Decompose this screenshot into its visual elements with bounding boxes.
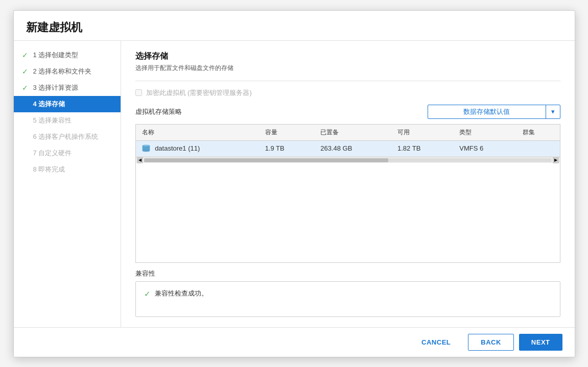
compat-label: 兼容性 — [135, 269, 560, 278]
sidebar-item-step6[interactable]: 6 选择客户机操作系统 — [14, 129, 121, 145]
sidebar-item-step8[interactable]: 8 即将完成 — [14, 161, 121, 178]
sidebar: ✓ 1 选择创建类型 ✓ 2 选择名称和文件夹 ✓ 3 选择计算资源 4 选择存… — [14, 41, 121, 327]
cell-capacity: 1.9 TB — [259, 140, 315, 157]
col-header-capacity: 容量 — [259, 125, 315, 141]
sidebar-label-step8: 8 即将完成 — [33, 165, 65, 174]
compat-text: 兼容性检查成功。 — [155, 289, 208, 298]
encrypt-checkbox[interactable] — [135, 89, 142, 96]
policy-label: 虚拟机存储策略 — [135, 107, 186, 116]
svg-point-1 — [143, 145, 150, 146]
horizontal-scrollbar[interactable]: ◀ ▶ — [136, 157, 560, 163]
sidebar-label-step4: 4 选择存储 — [33, 100, 65, 109]
compat-check-icon: ✓ — [144, 289, 151, 299]
new-vm-dialog: 新建虚拟机 ✓ 1 选择创建类型 ✓ 2 选择名称和文件夹 ✓ 3 选择计算资源… — [13, 10, 575, 357]
storage-table-container: 名称 容量 已置备 可用 类型 群集 — [135, 124, 560, 263]
cell-available: 1.82 TB — [391, 140, 453, 157]
sidebar-label-step5: 5 选择兼容性 — [33, 116, 72, 125]
dialog-title: 新建虚拟机 — [14, 11, 575, 41]
sidebar-label-step7: 7 自定义硬件 — [33, 149, 72, 158]
scroll-thumb — [144, 158, 389, 162]
divider — [135, 81, 560, 81]
policy-select-value: 数据存储默认值 — [428, 107, 546, 116]
sidebar-item-step4[interactable]: 4 选择存储 — [14, 96, 121, 112]
sidebar-item-step7[interactable]: 7 自定义硬件 — [14, 145, 121, 161]
sidebar-label-step1: 1 选择创建类型 — [33, 51, 79, 60]
sidebar-item-step2[interactable]: ✓ 2 选择名称和文件夹 — [14, 63, 121, 80]
check-icon-step1: ✓ — [22, 51, 30, 59]
policy-select-dropdown[interactable]: 数据存储默认值 ▾ — [428, 105, 560, 119]
table-header-row: 名称 容量 已置备 可用 类型 群集 — [136, 125, 560, 141]
cancel-button[interactable]: CANCEL — [409, 334, 463, 351]
storage-table: 名称 容量 已置备 可用 类型 群集 — [136, 125, 560, 157]
table-row[interactable]: datastore1 (11) 1.9 TB 263.48 GB 1.82 TB… — [136, 140, 560, 157]
compat-box: ✓ 兼容性检查成功。 — [135, 281, 560, 317]
back-button[interactable]: BACK — [468, 334, 514, 351]
sidebar-label-step6: 6 选择客户机操作系统 — [33, 132, 99, 141]
sidebar-item-step1[interactable]: ✓ 1 选择创建类型 — [14, 47, 121, 63]
dialog-body: ✓ 1 选择创建类型 ✓ 2 选择名称和文件夹 ✓ 3 选择计算资源 4 选择存… — [14, 41, 575, 327]
scroll-left-button[interactable]: ◀ — [137, 157, 143, 163]
col-header-type: 类型 — [453, 125, 516, 141]
next-button[interactable]: NEXT — [519, 334, 562, 351]
col-header-name: 名称 — [136, 125, 259, 141]
col-header-available: 可用 — [391, 125, 453, 141]
cell-cluster — [516, 140, 559, 157]
sidebar-item-step5[interactable]: 5 选择兼容性 — [14, 112, 121, 129]
chevron-down-icon: ▾ — [546, 105, 560, 118]
check-icon-step3: ✓ — [22, 84, 30, 92]
scroll-right-button[interactable]: ▶ — [553, 157, 559, 163]
col-header-provisioned: 已置备 — [314, 125, 391, 141]
sidebar-item-step3[interactable]: ✓ 3 选择计算资源 — [14, 80, 121, 96]
datastore-icon — [142, 144, 150, 152]
encrypt-label: 加密此虚拟机 (需要密钥管理服务器) — [146, 88, 252, 97]
main-content: 选择存储 选择用于配置文件和磁盘文件的存储 加密此虚拟机 (需要密钥管理服务器)… — [121, 41, 575, 327]
section-desc: 选择用于配置文件和磁盘文件的存储 — [135, 64, 560, 72]
scroll-track — [144, 158, 552, 162]
cell-provisioned: 263.48 GB — [314, 140, 391, 157]
dialog-footer: CANCEL BACK NEXT — [14, 327, 575, 357]
sidebar-label-step2: 2 选择名称和文件夹 — [33, 67, 92, 76]
cell-name-text: datastore1 (11) — [155, 144, 200, 152]
svg-point-2 — [143, 150, 150, 152]
cell-name: datastore1 (11) — [136, 140, 259, 157]
sidebar-label-step3: 3 选择计算资源 — [33, 83, 79, 92]
policy-row: 虚拟机存储策略 数据存储默认值 ▾ — [135, 105, 560, 119]
cell-type: VMFS 6 — [453, 140, 516, 157]
section-title: 选择存储 — [135, 51, 560, 62]
check-icon-step2: ✓ — [22, 67, 30, 76]
col-header-cluster: 群集 — [516, 125, 559, 141]
encrypt-row: 加密此虚拟机 (需要密钥管理服务器) — [135, 88, 560, 97]
